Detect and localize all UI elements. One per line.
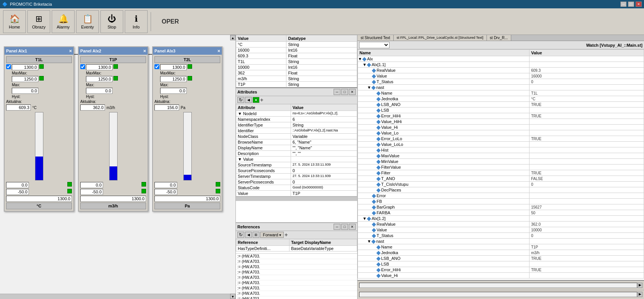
watch-row: MaxValue (358, 153, 644, 159)
col-value: Value (236, 35, 286, 42)
watch-node-label: Alx[1.1] (372, 62, 386, 67)
ref-hierarchy-btn[interactable]: ⊞ (253, 232, 259, 238)
attr-minimize-btn[interactable]: ─ (334, 89, 340, 95)
tab-drv[interactable]: st Drv_R... (487, 35, 511, 41)
watch-value-cell: TRUE (530, 113, 644, 119)
scroll-down-button[interactable]: ▼ (230, 294, 235, 299)
panel-alx1-close[interactable]: ✕ (69, 49, 72, 53)
alarm-icon: 🔔 (58, 14, 68, 24)
tab-structured-text[interactable]: st Structured Text (358, 35, 394, 41)
alarmy-button[interactable]: 🔔 Alarmy (52, 10, 75, 33)
panel-alx2-bar-ind2 (142, 189, 146, 193)
expand-value[interactable]: ▼ (238, 157, 242, 161)
panel-alx1-maxmax-label: MaxMax: (12, 71, 28, 75)
panel-alx1-bar-val3: 1300.0 (6, 196, 72, 202)
expand-icon[interactable]: ▼ (363, 62, 367, 67)
expand-icon[interactable]: ▼ (363, 216, 367, 221)
attr-nav-btn[interactable]: ◀ (245, 97, 252, 103)
status-scroll2[interactable]: ▶ (637, 292, 642, 297)
ref-nav-btn[interactable]: ◀ (245, 232, 252, 238)
status-scroll1[interactable]: ▶ (637, 283, 642, 288)
panel-alx2-checkbox[interactable] (80, 64, 85, 69)
attr-maximize-btn[interactable]: □ (341, 89, 348, 95)
expand-icon[interactable]: ▼ (358, 57, 362, 61)
panel-alx2-section: T1P (80, 56, 146, 63)
panel-alx1-max-label: Max: (12, 83, 28, 87)
expand-icon[interactable]: ▼ (367, 85, 371, 90)
panel-alx1-checkbox[interactable] (6, 64, 11, 69)
watch-scroll[interactable]: Name Value ▼Alx ▼Alx[1.1] RealValue 609.… (358, 49, 644, 280)
eventy-button[interactable]: 📋 Eventy (76, 10, 99, 33)
watch-node-label: Alx (367, 57, 373, 61)
attr-row-serverts: ServerTimestamp 27. 5. 2024 13:33:11.939 (236, 174, 357, 179)
expand-icon[interactable]: ▼ (367, 239, 371, 244)
hw-row: := (HW.A703. (236, 296, 357, 299)
panel-alx1-unit: °C (32, 106, 37, 110)
minimize-button[interactable]: ─ (620, 2, 627, 7)
watch-node-label: FARBA (377, 210, 390, 215)
watch-value-cell (530, 187, 644, 193)
watch-name-cell: ▼Alx[1.1] (358, 62, 530, 68)
attr-status-btn[interactable]: ● (253, 97, 259, 103)
attr-description-label: Description (236, 151, 291, 157)
diamond-icon (376, 263, 380, 267)
watch-dropdown[interactable] (359, 42, 390, 48)
panel-alx3: Panel Alx3 ✕ T2L 1300.0 MaxMax: (152, 46, 223, 212)
ref-refresh-btn[interactable]: ↻ (237, 232, 244, 238)
panel-alx3-maxmax-val: 1300.0 (160, 64, 187, 70)
info-button[interactable]: ℹ Info (125, 10, 148, 33)
ref-close-btn[interactable]: ✕ (349, 224, 356, 230)
attributes-title: Attributes (237, 90, 257, 94)
panel-alx3-close[interactable]: ✕ (217, 49, 220, 53)
diamond-icon (376, 160, 380, 164)
watch-node-label: T_ANO (381, 176, 395, 181)
watch-name-cell: MaxValue (358, 153, 530, 159)
eventy-label: Eventy (81, 25, 94, 29)
attributes-pane: Attribute Value ▼NodeId ns=6;s=::AsGloba… (236, 104, 357, 223)
panel-alx3-bar-val3: 1300.0 (154, 196, 220, 202)
ref-maximize-btn[interactable]: □ (341, 224, 348, 230)
ref-forward-btn[interactable]: Forward ▾ (260, 232, 284, 238)
attr-add-btn[interactable]: + (260, 97, 266, 103)
tab-fpl-local[interactable]: st FPL_Local::FPL_Drive_LocalCyclic.st [… (394, 35, 487, 41)
maximize-button[interactable]: □ (628, 2, 634, 7)
panel-alx3-unit: Pa (181, 106, 185, 110)
panel-alx1: Panel Alx1 ✕ T1L 1300.0 MaxMax: (4, 46, 74, 212)
watch-name-cell: MinValue (358, 159, 530, 165)
watch-node-label: RealValue (377, 222, 396, 226)
watch-value-cell (530, 142, 644, 147)
panel-alx3-hyst-label: Hyst: (160, 95, 169, 99)
watch-row: T_CisloVstupu 0 (358, 182, 644, 187)
diamond-icon (376, 109, 380, 113)
ref-minimize-btn[interactable]: ─ (334, 224, 340, 230)
attr-close-btn[interactable]: ✕ (349, 89, 356, 95)
home-button[interactable]: 🏠 Home (3, 10, 26, 33)
hscroll-bar[interactable] (0, 294, 230, 299)
attr-hscroll[interactable] (236, 196, 357, 201)
stop-icon: ⏻ (108, 14, 116, 24)
panel-alx1-hyst-val: 0.0 (12, 88, 38, 94)
panel-alx3-checkbox[interactable] (154, 64, 159, 69)
panel-alx2-bar-fill (110, 166, 117, 180)
obrazy-button[interactable]: ⊞ Obrazy (27, 10, 50, 33)
panel-alx2-max-ind (113, 76, 118, 81)
attr-row-value-val: Value T1P (236, 191, 357, 196)
expand-nodeid[interactable]: ▼ (238, 111, 242, 116)
hw-row: := (HW.A703. (236, 275, 357, 280)
stop-button[interactable]: ⏻ Stop (100, 10, 123, 33)
scroll-up-button[interactable]: ▲ (230, 35, 235, 40)
panel-alx3-bar-val2: -50.0 (154, 189, 177, 195)
watch-value-cell (530, 62, 644, 68)
watch-node-label: Name (381, 245, 392, 249)
watch-title: Watch [Vstupy_AI_::Main.st] (586, 43, 642, 47)
close-button[interactable]: ✕ (636, 2, 642, 7)
watch-col-value: Value (530, 50, 644, 56)
ref-add-btn[interactable]: + (285, 232, 291, 238)
panel-alx2-title: Panel Alx2 (80, 49, 101, 53)
top-table-row: T1LString (236, 59, 357, 65)
panel-alx3-body: T2L 1300.0 MaxMax: 1250.0 (153, 55, 222, 211)
attr-refresh-btn[interactable]: ↻ (237, 97, 244, 103)
tabs-bar: st Structured Text st FPL_Local::FPL_Dri… (358, 35, 644, 41)
watch-name-cell: Error_HiHi (358, 267, 530, 273)
panel-alx2-close[interactable]: ✕ (143, 49, 146, 53)
